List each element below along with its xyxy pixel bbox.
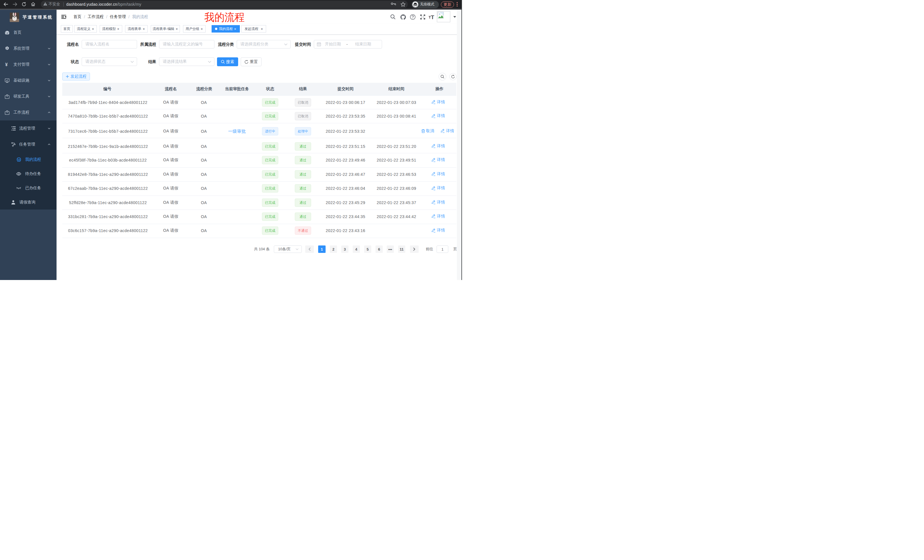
svg-text:¥: ¥ [5,62,8,67]
svg-text:T: T [429,15,431,19]
svg-text:T: T [431,14,434,19]
